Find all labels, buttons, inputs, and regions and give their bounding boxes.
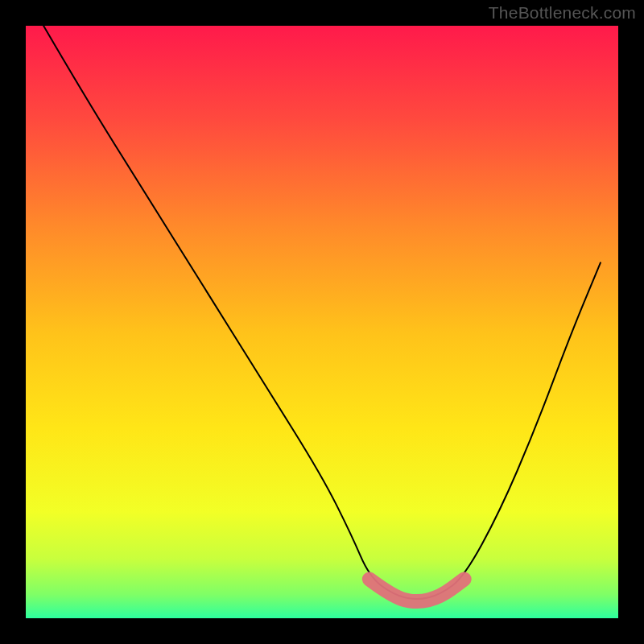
plot-area [26, 26, 618, 618]
chart-container: TheBottleneck.com [0, 0, 644, 644]
watermark-text: TheBottleneck.com [489, 3, 636, 23]
bottleneck-chart [0, 0, 644, 644]
